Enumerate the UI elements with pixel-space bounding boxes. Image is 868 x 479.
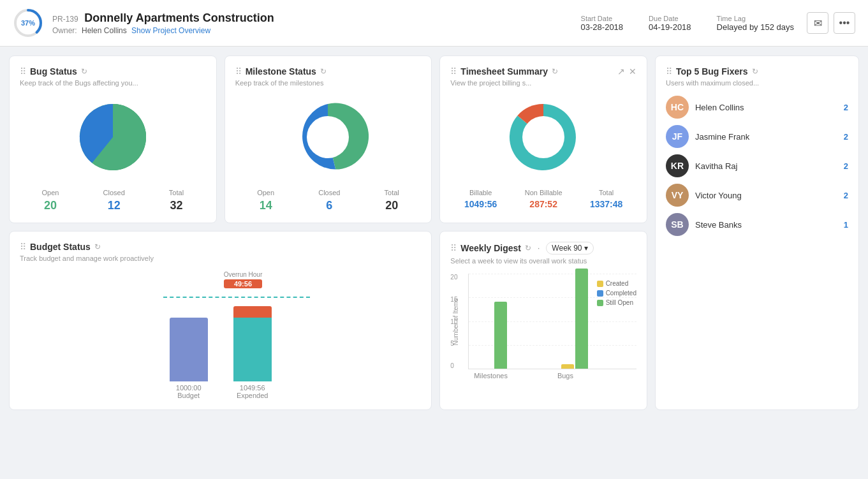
timesheet-summary-title: Timesheet Summary	[460, 66, 548, 77]
fixer-count: 2	[844, 191, 848, 200]
header-info: PR-139 Donnelly Apartments Construction …	[52, 11, 581, 35]
closed-label: Closed	[318, 189, 340, 196]
budget-status-title: Budget Status	[30, 242, 91, 252]
milestone-status-chart	[235, 96, 422, 179]
fixer-count: 2	[844, 103, 848, 112]
fixer-list: HC Helen Collins 2 JF Jasmine Frank 2 KR…	[666, 96, 848, 236]
owner-label: Owner:	[52, 26, 77, 35]
separator: ·	[538, 244, 540, 253]
milestone-open-stat: Open 14	[257, 189, 274, 212]
show-overview-link[interactable]: Show Project Overview	[131, 26, 210, 35]
billable-stat: Billable 1049:56	[464, 189, 497, 209]
legend-completed-dot	[597, 290, 603, 297]
fixer-name: Helen Collins	[695, 103, 837, 112]
fixer-name: Steve Banks	[695, 220, 837, 230]
billable-label: Billable	[464, 189, 497, 196]
fixer-count: 2	[844, 132, 848, 142]
project-id-title: PR-139 Donnelly Apartments Construction	[52, 11, 581, 25]
overrun-bar	[233, 306, 272, 318]
weekly-digest-refresh-icon[interactable]: ↻	[525, 244, 531, 253]
milestone-status-refresh-icon[interactable]: ↻	[320, 67, 327, 76]
bug-status-refresh-icon[interactable]: ↻	[81, 67, 87, 76]
top-bug-fixers-refresh-icon[interactable]: ↻	[752, 67, 758, 76]
budget-status-refresh-icon[interactable]: ↻	[94, 242, 101, 251]
expended-label: Expended	[237, 392, 268, 399]
project-title: Donnelly Apartments Construction	[84, 11, 274, 24]
drag-handle-icon[interactable]: ⠿	[450, 66, 457, 77]
y-0: 0	[450, 362, 466, 369]
total-value: 20	[385, 199, 399, 212]
timesheet-summary-card: ⠿ Timesheet Summary ↻ ↗ ✕ View the proje…	[439, 55, 647, 223]
milestone-total-stat: Total 20	[385, 189, 399, 212]
start-date-value: 03-28-2018	[581, 22, 624, 32]
legend-created-label: Created	[606, 280, 629, 287]
timesheet-chart	[450, 96, 636, 179]
progress-circle: 37%	[13, 8, 43, 38]
chart-inner: Created Completed Still Open	[468, 274, 636, 369]
budget-value-label: 1000:00	[176, 384, 202, 392]
bug-created-bar	[561, 364, 574, 369]
week-label: Week 90	[552, 244, 582, 253]
project-id: PR-139	[52, 15, 78, 24]
fixer-item: SB Steve Banks 1	[666, 213, 848, 236]
total-label: Total	[169, 189, 184, 196]
start-date-block: Start Date 03-28-2018	[581, 15, 624, 32]
timesheet-summary-subtitle: View the project billing s...	[450, 79, 636, 87]
progress-text: 37%	[21, 19, 35, 27]
budget-status-subtitle: Track budget and manage work proactively	[20, 254, 421, 262]
fixer-name: Jasmine Frank	[695, 132, 837, 142]
budget-bar	[170, 318, 208, 381]
milestone-closed-stat: Closed 6	[318, 189, 340, 212]
timesheet-summary-refresh-icon[interactable]: ↻	[552, 67, 558, 76]
bug-total-stat: Total 32	[169, 189, 184, 212]
milestone-status-header: ⠿ Milestone Status ↻	[235, 66, 422, 77]
email-button[interactable]: ✉	[807, 12, 828, 34]
fixer-item: HC Helen Collins 2	[666, 96, 848, 119]
fixer-item: KR Kavitha Raj 2	[666, 154, 848, 177]
milestone-status-card: ⠿ Milestone Status ↻ Keep track of the m…	[224, 55, 432, 223]
drag-handle-icon[interactable]: ⠿	[20, 242, 26, 252]
due-date-label: Due Date	[649, 15, 691, 22]
expand-icon[interactable]: ↗	[617, 66, 625, 77]
budget-label: Budget	[177, 392, 200, 399]
bug-bars	[561, 269, 588, 369]
total-label: Total	[385, 189, 399, 196]
time-lag-label: Time Lag	[717, 15, 794, 22]
legend-completed-label: Completed	[606, 290, 636, 297]
milestone-open-bar	[494, 302, 507, 369]
milestone-status-subtitle: Keep track of the milestones	[235, 79, 422, 87]
drag-handle-icon[interactable]: ⠿	[20, 66, 26, 77]
y-axis-label: Number of Items	[453, 298, 460, 346]
legend-still-open-label: Still Open	[606, 299, 633, 306]
chart-legend: Created Completed Still Open	[597, 280, 636, 306]
top-bug-fixers-card: ⠿ Top 5 Bug Fixers ↻ Users with maximum …	[655, 55, 859, 410]
week-selector[interactable]: Week 90 ▾	[546, 242, 594, 254]
drag-handle-icon[interactable]: ⠿	[666, 66, 672, 77]
drag-handle-icon[interactable]: ⠿	[450, 243, 457, 253]
top-bug-fixers-title: Top 5 Bug Fixers	[676, 66, 748, 77]
y-20: 20	[450, 274, 466, 281]
overrun-label-text: Overrun Hour	[224, 271, 263, 278]
budget-bar-group: 1000:00 Budget	[170, 318, 208, 399]
weekly-digest-title: Weekly Digest	[460, 243, 521, 253]
overrun-value: 49:56	[224, 279, 263, 288]
due-date-value: 04-19-2018	[649, 22, 691, 32]
legend-created-dot	[597, 281, 603, 287]
bug-closed-stat: Closed 12	[103, 189, 125, 212]
bug-open-bar	[575, 269, 588, 369]
dashed-budget-line	[163, 297, 310, 298]
total-value: 32	[169, 199, 184, 212]
timesheet-stats-row: Billable 1049:56 Non Billable 287:52 Tot…	[450, 189, 636, 209]
drag-handle-icon[interactable]: ⠿	[235, 66, 242, 77]
billable-value: 1049:56	[464, 199, 497, 209]
timesheet-summary-header: ⠿ Timesheet Summary ↻ ↗ ✕	[450, 66, 636, 77]
time-lag-value: Delayed by 152 days	[717, 22, 794, 32]
more-options-button[interactable]: •••	[834, 12, 855, 34]
open-value: 14	[257, 199, 274, 212]
expended-bar-group: 1049:56 Expended	[233, 306, 272, 399]
time-lag-block: Time Lag Delayed by 152 days	[717, 15, 794, 32]
budget-status-header: ⠿ Budget Status ↻	[20, 242, 421, 252]
bug-status-card: ⠿ Bug Status ↻ Keep track of the Bugs af…	[9, 55, 217, 223]
weekly-digest-card: ⠿ Weekly Digest ↻ · Week 90 ▾ Select a w…	[439, 231, 647, 410]
close-icon[interactable]: ✕	[629, 66, 636, 77]
